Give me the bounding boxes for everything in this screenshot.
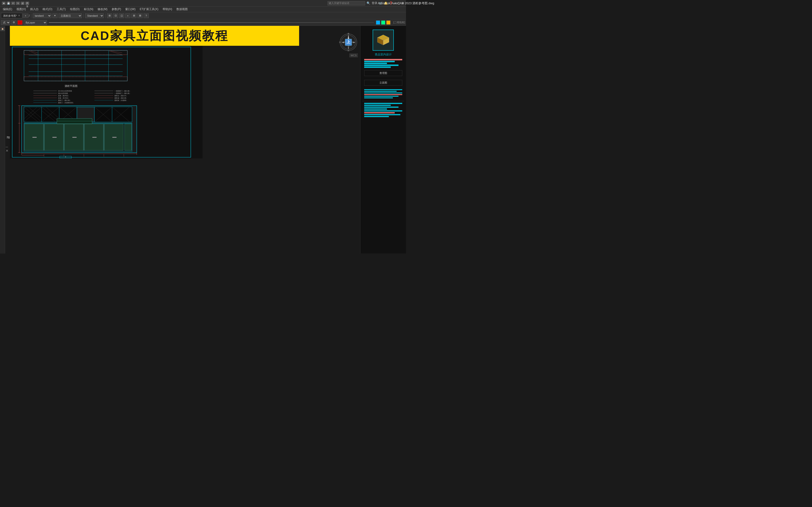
style-select[interactable]: 式	[1, 20, 10, 25]
title-bar-left: ■ 💾 ↩ ↪ 🖨 共享	[2, 2, 29, 5]
company-name: 查品室内设计	[362, 53, 404, 57]
tab-close-icon[interactable]: ×	[18, 14, 20, 17]
lower-bars	[362, 101, 404, 119]
svg-rect-80	[92, 137, 97, 138]
section-립면도: 立面图	[364, 80, 402, 86]
menu-bar: 编辑(E) 视图(V) 插入(I) 格式(O) 工具(T) 绘图(D) 标注(N…	[0, 7, 406, 12]
menu-modify[interactable]: 修改(M)	[96, 7, 109, 12]
svg-text:4: 4	[65, 156, 66, 158]
menu-params[interactable]: 参数(P)	[110, 7, 123, 12]
search-icon[interactable]: 🔍	[366, 1, 370, 5]
svg-text:搜柜台（搜白木）: 搜柜台（搜白木）	[114, 95, 128, 97]
svg-rect-76	[124, 124, 132, 151]
login-button[interactable]: 登录	[372, 1, 377, 5]
menu-dataview[interactable]: 数据视图	[174, 7, 190, 12]
info-bars	[362, 58, 404, 68]
svg-text:▲: ▲	[348, 35, 350, 38]
tab-add[interactable]: +	[23, 14, 29, 18]
svg-text:30×20mm玄聘杏桃: 30×20mm玄聘杏桃	[58, 90, 72, 92]
title-bar: ■ 💾 ↩ ↪ 🖨 共享 Autodesk AutoCAD 2023 酒柜参考图…	[0, 0, 406, 7]
menu-annotate[interactable]: 标注(N)	[82, 7, 95, 12]
view-btn-2[interactable]: ◫	[119, 13, 124, 18]
detail-rows	[362, 88, 404, 100]
menu-tools[interactable]: 工具(T)	[55, 7, 68, 12]
view-btn-5[interactable]: ⊠	[138, 13, 143, 18]
svg-text:◀: ◀	[342, 41, 344, 44]
cad-drawing-svg: 酒柜平面图 30×20mm玄聘杏桃 胡白色系胡桃 直板（横木纹） 直板（竖木纹）…	[10, 46, 203, 158]
lower-bar-3	[364, 107, 399, 108]
search-box[interactable]: 键入关键字或短语	[327, 1, 365, 5]
svg-text:搜柜门（搜白漆）: 搜柜门（搜白漆）	[58, 100, 71, 101]
menu-insert[interactable]: 插入(I)	[28, 7, 40, 12]
home-icon[interactable]: 🏠	[0, 27, 5, 31]
menu-help[interactable]: 帮助(H)	[161, 7, 174, 12]
search-placeholder: 键入关键字或短语	[329, 1, 349, 5]
menu-window[interactable]: 窗口(W)	[123, 7, 137, 12]
bar-red-1	[364, 59, 402, 60]
viewport-select[interactable]: tandard	[33, 13, 51, 18]
svg-text:南: 南	[348, 50, 349, 52]
redo-icon[interactable]: ↪	[16, 2, 20, 5]
company-logo	[373, 30, 394, 51]
save-icon[interactable]: 💾	[7, 2, 10, 5]
svg-text:▶: ▶	[353, 41, 355, 44]
banner-title-text: CAD家具立面图视频教程	[81, 28, 229, 44]
menu-et[interactable]: ET扩展工具(X)	[138, 7, 160, 12]
menu-view[interactable]: 视图(V)	[14, 7, 28, 12]
annotation-select[interactable]: 立面标注	[58, 13, 82, 18]
wcs-label[interactable]: WCS	[349, 54, 358, 57]
detail-bar-3	[364, 93, 402, 94]
viewport-config-btn[interactable]: ▾	[52, 13, 58, 18]
bar-cyan-3	[364, 64, 399, 66]
bar-cyan-2	[364, 63, 387, 64]
svg-rect-81	[112, 137, 116, 138]
toolbar-row2: 式 ⚙ ByLayer [二维线框]	[0, 19, 406, 26]
undo-icon[interactable]: ↩	[11, 2, 15, 5]
document-tabs: 酒柜参考图* × + /	[1, 13, 30, 18]
menu-format[interactable]: 格式(O)	[41, 7, 54, 12]
menu-edit[interactable]: 编辑(E)	[1, 7, 14, 12]
compass-widget[interactable]: 北 南 西 上 ▲ ▼ ◀ ▶	[339, 33, 358, 52]
lower-bar-1	[364, 103, 402, 104]
section-평면도: 查理图	[364, 70, 402, 76]
color-3[interactable]	[386, 20, 391, 25]
style-color-btn[interactable]	[17, 20, 22, 25]
share-icon[interactable]: 共享	[26, 2, 29, 5]
close-panel-icon[interactable]: ─✕	[6, 145, 8, 153]
title-text: Autodesk AutoCAD 2023 酒柜参考图.dwg	[378, 1, 406, 5]
detail-bar-5	[364, 97, 393, 98]
toolbar-row1: 酒柜参考图* × + / tandard ▾ 立面标注 Standard ⊞ ⊡…	[0, 12, 406, 19]
detail-bar-2	[364, 91, 397, 92]
help-btn[interactable]: ?	[144, 13, 149, 18]
grid-display-btn[interactable]: ⊞	[107, 13, 112, 18]
svg-text:一搜插柜门（搜白漆）: 一搜插柜门（搜白漆）	[114, 90, 131, 92]
bylayer-select[interactable]: ByLayer	[23, 20, 47, 25]
standard-select[interactable]: Standard	[85, 13, 104, 18]
svg-text:搜柜柜（水曲柳）: 搜柜柜（水曲柳）	[114, 100, 128, 101]
main-area: 🏠 CAD家具立面图视频教程	[0, 26, 406, 253]
svg-text:直板（横木纹）: 直板（横木纹）	[58, 95, 69, 97]
detail-bar-1	[364, 89, 402, 90]
svg-text:▼: ▼	[348, 47, 350, 49]
compass-svg: 北 南 西 上 ▲ ▼ ◀ ▶	[339, 33, 358, 52]
view-btn-1[interactable]: ⊡	[113, 13, 118, 18]
toolbar-separator-1	[31, 13, 31, 18]
menu-draw[interactable]: 绘图(D)	[68, 7, 82, 12]
line-weight-preview	[49, 22, 374, 23]
view-btn-3[interactable]: ▪	[125, 13, 131, 18]
view-btn-4[interactable]: ⊞	[131, 13, 137, 18]
app-icon: ■	[2, 2, 6, 5]
svg-text:一搜插柜门（搜白漆）: 一搜插柜门（搜白漆）	[114, 93, 131, 94]
print-icon[interactable]: 🖨	[21, 2, 24, 5]
color-1[interactable]	[376, 20, 380, 25]
left-sidebar: 🏠	[0, 26, 5, 253]
wcs-text: WCS	[351, 54, 357, 57]
section2-label: 立面图	[379, 81, 387, 84]
color-2[interactable]	[381, 20, 385, 25]
tab-document[interactable]: 酒柜参考图* ×	[1, 13, 22, 18]
svg-rect-79	[72, 137, 77, 138]
title-banner: CAD家具立面图视频教程	[10, 26, 299, 46]
canvas-area[interactable]: CAD家具立面图视频教程	[5, 26, 360, 253]
style-settings-btn[interactable]: ⚙	[11, 20, 16, 25]
section1-label: 查理图	[379, 72, 387, 74]
